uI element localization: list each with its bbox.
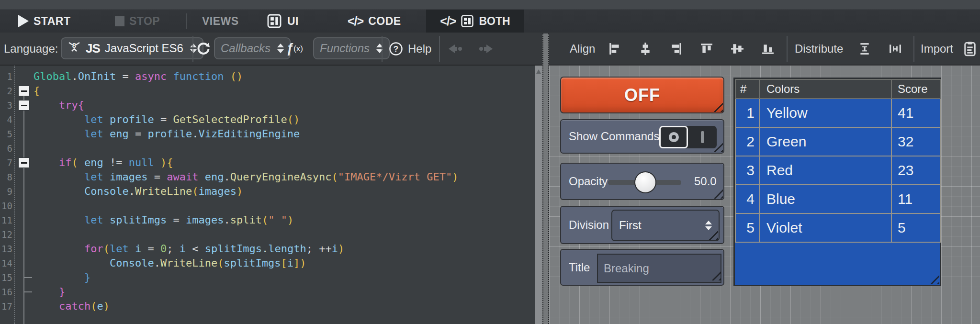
align-right-icon[interactable] <box>670 43 682 55</box>
code-view-button[interactable]: </> CODE <box>348 10 401 33</box>
code-line: } <box>34 285 459 299</box>
table-cell[interactable]: Red <box>759 156 891 185</box>
align-bottom-icon[interactable] <box>762 43 774 55</box>
table-cell[interactable]: Violet <box>759 213 891 242</box>
code-editor[interactable]: 1234567891011121314151617 Global.OnInit … <box>0 66 535 324</box>
code-lines: Global.OnInit = async function (){ try{ … <box>34 69 459 313</box>
table-cell[interactable]: 41 <box>891 99 940 127</box>
line-number: 8 <box>0 170 12 184</box>
code-tag-icon: </> <box>348 14 363 28</box>
scroll-up-icon[interactable] <box>536 69 541 74</box>
table-cell[interactable]: 23 <box>891 156 940 185</box>
resize-grip[interactable] <box>711 101 723 112</box>
ui-design-canvas[interactable]: OFF Show Commands Opacity 50.0 Division … <box>549 66 980 324</box>
line-number: 17 <box>0 299 12 313</box>
line-number: 4 <box>0 112 12 127</box>
table-cell[interactable]: 2 <box>735 127 759 156</box>
table-cell[interactable]: 11 <box>891 185 940 213</box>
navigate-forward-button[interactable] <box>477 33 493 65</box>
line-number: 11 <box>0 213 12 227</box>
table-column-header: Score <box>891 79 940 99</box>
line-number: 10 <box>0 199 12 213</box>
line-number: 5 <box>0 127 12 141</box>
ui-view-button[interactable]: UI <box>266 10 299 33</box>
svg-text:?: ? <box>394 45 398 54</box>
opacity-widget: Opacity 50.0 <box>560 163 724 200</box>
svg-text:8: 8 <box>72 41 76 49</box>
help-button[interactable]: ? Help <box>389 33 431 65</box>
table-cell[interactable]: Blue <box>759 185 891 213</box>
opacity-value: 50.0 <box>694 175 717 188</box>
table-cell[interactable]: 3 <box>735 156 759 185</box>
table-row[interactable]: 5Violet5 <box>735 213 940 242</box>
code-line: catch(e) <box>34 299 459 313</box>
functions-dropdown[interactable]: Functions <box>313 37 390 59</box>
title-input[interactable] <box>597 254 721 283</box>
show-commands-label: Show Commands <box>569 130 659 143</box>
distribute-label: Distribute <box>795 33 843 65</box>
code-line: Console.WriteLine(splitImgs[i]) <box>34 256 459 270</box>
code-line: } <box>34 270 459 285</box>
toggle-off-state[interactable] <box>659 126 688 148</box>
table-cell[interactable]: 32 <box>891 127 940 156</box>
stop-label: STOP <box>129 15 160 28</box>
navigate-back-button[interactable] <box>448 33 464 65</box>
import-label: Import <box>921 42 953 56</box>
line-number: 15 <box>0 270 12 285</box>
import-button[interactable]: Import <box>921 33 953 65</box>
fold-collapse-button[interactable] <box>18 100 30 111</box>
fold-collapse-button[interactable] <box>18 157 30 168</box>
stop-button[interactable]: STOP <box>115 10 160 33</box>
division-dropdown[interactable]: First <box>611 210 720 241</box>
editor-vertical-scrollbar[interactable] <box>535 66 542 324</box>
fold-collapse-button[interactable] <box>18 86 30 96</box>
align-center-horizontal-icon[interactable] <box>639 43 652 55</box>
line-number: 1 <box>0 69 12 84</box>
callbacks-dropdown[interactable]: Callbacks <box>214 37 291 59</box>
table-row[interactable]: 1Yellow41 <box>735 99 940 127</box>
table-cell[interactable]: 5 <box>891 213 940 242</box>
language-dropdown[interactable]: 8 JS JavaScript ES6 <box>61 37 203 59</box>
off-button-widget[interactable]: OFF <box>560 77 724 113</box>
table-cell[interactable]: 1 <box>735 99 759 127</box>
code-toolbar: Language: 8 JS JavaScript ES6 Callbacks … <box>0 33 980 66</box>
line-number: 2 <box>0 84 12 98</box>
table-row[interactable]: 4Blue11 <box>735 185 940 213</box>
distribute-horizontal-icon[interactable] <box>889 43 901 55</box>
align-left-icon[interactable] <box>608 43 621 55</box>
distribute-vertical-icon[interactable] <box>858 43 871 55</box>
toolbar-separator <box>186 13 187 29</box>
opacity-label: Opacity <box>569 175 608 188</box>
table-cell[interactable]: 4 <box>735 185 759 213</box>
table-cell[interactable]: 5 <box>735 213 759 242</box>
import-clipboard-button[interactable] <box>963 33 977 65</box>
table-row[interactable]: 3Red23 <box>735 156 940 185</box>
help-icon: ? <box>389 42 403 56</box>
fx-icon: ƒ(x) <box>286 33 303 65</box>
table-row[interactable]: 2Green32 <box>735 127 940 156</box>
line-number: 6 <box>0 141 12 156</box>
line-number: 13 <box>0 242 12 256</box>
resize-grip[interactable] <box>711 187 723 199</box>
align-middle-vertical-icon[interactable] <box>731 43 743 55</box>
show-commands-toggle[interactable] <box>659 126 717 148</box>
code-line: let splitImgs = images.split(" ") <box>34 213 459 227</box>
both-view-button[interactable]: </> BOTH <box>426 10 524 33</box>
table-cell[interactable]: Yellow <box>759 99 891 127</box>
table-cell[interactable]: Green <box>759 127 891 156</box>
refresh-button[interactable] <box>196 33 211 65</box>
panel-splitter[interactable] <box>542 34 549 324</box>
toolbar-separator <box>787 36 788 62</box>
toggle-on-state[interactable] <box>688 126 717 148</box>
align-top-icon[interactable] <box>700 43 713 55</box>
division-widget: Division First <box>560 206 724 244</box>
line-number: 3 <box>0 98 12 112</box>
opacity-slider-thumb[interactable] <box>634 171 656 193</box>
start-button[interactable]: START <box>18 10 70 33</box>
code-line <box>34 227 459 242</box>
off-button-label: OFF <box>624 85 660 105</box>
table-column-header: # <box>735 79 759 99</box>
code-line: let profile = GetSelectedProfile() <box>34 112 459 127</box>
resize-grip[interactable] <box>928 273 939 284</box>
scores-table-widget[interactable]: #ColorsScore 1Yellow412Green323Red234Blu… <box>733 78 941 286</box>
